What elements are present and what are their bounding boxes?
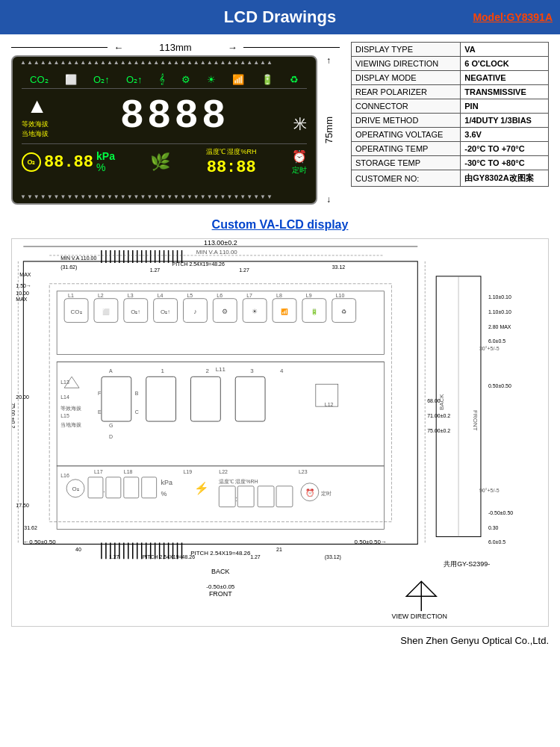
spec-row: CUSTOMER NO:由GY8302A改图案 xyxy=(352,170,549,187)
specs-table-container: DISPLAY TYPEVAVIEWING DIRECTION6 O'CLOCK… xyxy=(351,42,549,205)
svg-text:0.50±0.50: 0.50±0.50 xyxy=(488,383,511,388)
model-label: Model:GY8391A xyxy=(473,11,553,23)
spec-label: STORAGE TEMP xyxy=(352,156,461,170)
svg-text:1: 1 xyxy=(161,368,165,374)
spec-label: VIEWING DIRECTION xyxy=(352,57,461,71)
svg-text:90°+5/-5: 90°+5/-5 xyxy=(479,488,500,493)
spec-row: DRIVE METHOD1/4DUTY 1/3BIAS xyxy=(352,114,549,128)
svg-text:F: F xyxy=(98,391,101,396)
clock-icon: ⏰ xyxy=(292,149,307,164)
icon-recycle: ♻ xyxy=(290,74,299,85)
svg-text:☀: ☀ xyxy=(252,308,258,315)
svg-rect-79 xyxy=(258,486,274,507)
svg-text:L14: L14 xyxy=(60,394,69,400)
svg-text:L17: L17 xyxy=(94,469,103,474)
svg-text:L8: L8 xyxy=(276,293,282,298)
o2-units: kPa % xyxy=(96,151,115,174)
spec-value: VA xyxy=(461,43,549,57)
svg-text:♻: ♻ xyxy=(341,309,346,315)
svg-text:75.00±0.2: 75.00±0.2 xyxy=(12,403,16,428)
svg-text:1.27: 1.27 xyxy=(250,554,261,560)
height-dimension: ↑ 75mm ↓ xyxy=(317,55,340,205)
svg-text:温度℃  湿度%RH: 温度℃ 湿度%RH xyxy=(219,479,258,484)
icon-music: 𝄞 xyxy=(159,73,165,85)
lcd-preview-container: ← 113mm → ▲▲▲▲▲▲▲▲▲▲▲▲▲▲▲▲▲▲▲▲▲▲▲▲▲▲▲▲▲▲… xyxy=(11,42,340,205)
svg-text:75.00±0.2: 75.00±0.2 xyxy=(427,428,450,433)
spec-label: REAR POLARIZER xyxy=(352,85,461,99)
spec-value: -30°C TO +80°C xyxy=(461,156,549,170)
svg-text:31.62: 31.62 xyxy=(24,525,37,530)
svg-text:定时: 定时 xyxy=(321,491,332,496)
svg-text:📶: 📶 xyxy=(281,308,288,315)
svg-text:O₂↑: O₂↑ xyxy=(161,309,170,315)
svg-text:共用GY-S2399-: 共用GY-S2399- xyxy=(444,560,490,568)
spec-label: OPERATING VOLTAGE xyxy=(352,128,461,142)
icon-co2: CO₂ xyxy=(30,74,49,85)
svg-text:VIEW DIRECTION: VIEW DIRECTION xyxy=(391,613,447,620)
left-info: ▲ 等效海拔 当地海拔 xyxy=(22,94,55,138)
svg-text:71.00±0.2: 71.00±0.2 xyxy=(427,413,450,418)
svg-text:1.10±0.10: 1.10±0.10 xyxy=(488,294,511,300)
svg-text:L19: L19 xyxy=(184,469,193,474)
svg-text:3: 3 xyxy=(250,368,254,374)
clock-section: ⏰ 定时 xyxy=(292,149,307,176)
bottom-connector: ▼▼▼▼▼▼▼▼▼▼▼▼▼▼▼▼▼▼▼▼▼▼▼▼▼▼▼▼▼▼▼▼▼▼▼▼▼▼ xyxy=(20,190,308,201)
icon-box: ⬜ xyxy=(65,74,77,85)
spec-row: DISPLAY MODENEGATIVE xyxy=(352,71,549,85)
svg-rect-67 xyxy=(142,477,157,498)
svg-text:-0.50±0.50: -0.50±0.50 xyxy=(488,510,513,515)
svg-text:113.00±0.2: 113.00±0.2 xyxy=(204,239,237,247)
svg-text:🔋: 🔋 xyxy=(311,308,318,315)
top-section: ← 113mm → ▲▲▲▲▲▲▲▲▲▲▲▲▲▲▲▲▲▲▲▲▲▲▲▲▲▲▲▲▲▲… xyxy=(0,34,560,212)
left-labels: 等效海拔 当地海拔 xyxy=(22,120,55,138)
svg-text:10.00: 10.00 xyxy=(16,291,29,296)
spec-label: DISPLAY MODE xyxy=(352,71,461,85)
svg-text::: : xyxy=(235,495,237,503)
icon-battery: 🔋 xyxy=(261,74,273,85)
right-section: 温度℃ 湿度%RH 88:88 xyxy=(206,147,257,177)
spec-label: DRIVE METHOD xyxy=(352,114,461,128)
spec-row: STORAGE TEMP-30°C TO +80°C xyxy=(352,156,549,170)
svg-text:PITCH 2.54X19=48.26: PITCH 2.54X19=48.26 xyxy=(172,261,225,267)
svg-text:-0.50±0.05: -0.50±0.05 xyxy=(206,583,235,590)
svg-text:FRONT: FRONT xyxy=(209,590,232,598)
spec-value: 6 O'CLOCK xyxy=(461,57,549,71)
svg-text:L4: L4 xyxy=(158,293,164,298)
svg-text:6.0±0.5: 6.0±0.5 xyxy=(488,539,505,545)
icon-o2-2: O₂↑ xyxy=(126,74,143,85)
spec-value: TRANSMISSIVE xyxy=(461,85,549,99)
spec-row: REAR POLARIZERTRANSMISSIVE xyxy=(352,85,549,99)
percent-unit: % xyxy=(96,162,115,173)
height-arrow-bottom: ↓ xyxy=(326,194,331,205)
svg-text:0.50±0.50→: 0.50±0.50→ xyxy=(355,539,387,545)
svg-rect-43 xyxy=(102,376,131,421)
page-header: LCD Drawings Model:GY8391A xyxy=(0,0,560,34)
svg-text:⏰: ⏰ xyxy=(305,488,315,498)
specs-table: DISPLAY TYPEVAVIEWING DIRECTION6 O'CLOCK… xyxy=(351,42,549,187)
dingshi-label: 定时 xyxy=(292,165,307,176)
icon-sun: ☀ xyxy=(207,74,216,85)
svg-text:33.12: 33.12 xyxy=(332,264,346,270)
svg-text:⚡: ⚡ xyxy=(194,481,209,495)
svg-text:MAX: MAX xyxy=(19,272,31,277)
label-1: 等效海拔 xyxy=(22,120,55,129)
spec-row: OPERATING VOLTAGE3.6V xyxy=(352,128,549,142)
svg-text:PITCH 2.54X19=48.26: PITCH 2.54X19=48.26 xyxy=(190,550,251,557)
o2-circle: O₂ xyxy=(22,152,41,172)
svg-text:1.27: 1.27 xyxy=(239,267,249,273)
svg-text:L15: L15 xyxy=(60,413,69,418)
svg-text:等效海拔: 等效海拔 xyxy=(60,406,81,412)
svg-text:2: 2 xyxy=(205,368,209,374)
width-dimension: ← 113mm → xyxy=(11,42,340,53)
svg-text:2.80 MAX: 2.80 MAX xyxy=(488,324,511,329)
spec-row: VIEWING DIRECTION6 O'CLOCK xyxy=(352,57,549,71)
svg-text:1.27: 1.27 xyxy=(109,554,119,560)
o2-section: O₂ 88.88 kPa % xyxy=(22,151,115,174)
svg-text:6.0±0.5: 6.0±0.5 xyxy=(488,338,505,344)
svg-text:D: D xyxy=(109,434,113,439)
spec-label: CONNECTOR xyxy=(352,99,461,114)
lcd-screen: ▲▲▲▲▲▲▲▲▲▲▲▲▲▲▲▲▲▲▲▲▲▲▲▲▲▲▲▲▲▲▲▲▲▲▲▲▲▲ C… xyxy=(11,55,317,205)
svg-text:1.27: 1.27 xyxy=(150,267,161,273)
svg-rect-2 xyxy=(57,291,384,355)
svg-rect-76 xyxy=(219,486,235,507)
